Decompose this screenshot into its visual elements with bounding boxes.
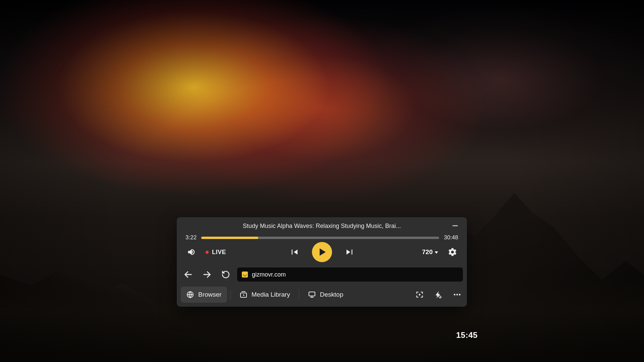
svg-point-12 bbox=[454, 294, 455, 296]
tab-label: Desktop bbox=[320, 291, 343, 298]
title-row: Study Music Alpha Waves: Relaxing Studyi… bbox=[177, 217, 467, 233]
live-dot-icon bbox=[206, 251, 209, 254]
tab-label: Media Library bbox=[252, 291, 290, 298]
library-icon bbox=[239, 291, 248, 299]
volume-icon bbox=[186, 247, 196, 257]
site-favicon-icon bbox=[242, 272, 248, 278]
arrow-left-icon bbox=[183, 270, 193, 279]
seek-slider[interactable] bbox=[201, 237, 439, 239]
settings-button[interactable] bbox=[447, 246, 458, 258]
volume-button[interactable] bbox=[185, 246, 197, 258]
tab-separator bbox=[299, 290, 299, 300]
svg-point-14 bbox=[459, 294, 461, 296]
cursor-bolt-icon bbox=[434, 290, 443, 299]
live-indicator[interactable]: LIVE bbox=[206, 249, 226, 256]
chevron-down-icon bbox=[435, 251, 438, 254]
svg-marker-6 bbox=[243, 294, 245, 296]
globe-icon bbox=[186, 291, 194, 299]
tab-label: Browser bbox=[198, 291, 222, 298]
next-button[interactable] bbox=[344, 246, 356, 258]
tab-media-library[interactable]: Media Library bbox=[234, 287, 296, 303]
controls-row: LIVE 720 bbox=[177, 244, 467, 265]
controls-right: 720 bbox=[422, 246, 458, 258]
reload-icon bbox=[221, 270, 230, 279]
tabs-row: Browser Media Library Desktop bbox=[177, 284, 467, 307]
svg-point-13 bbox=[457, 294, 458, 296]
tab-desktop[interactable]: Desktop bbox=[303, 287, 349, 303]
live-label: LIVE bbox=[212, 249, 226, 256]
url-text: gizmovr.com bbox=[252, 271, 286, 278]
quality-selector[interactable]: 720 bbox=[422, 248, 438, 256]
elapsed-time: 3:22 bbox=[185, 234, 197, 241]
now-playing-title: Study Music Alpha Waves: Relaxing Studyi… bbox=[243, 223, 401, 230]
minimize-button[interactable] bbox=[451, 222, 459, 229]
minimize-icon bbox=[452, 225, 458, 226]
quality-label: 720 bbox=[422, 248, 433, 256]
controls-left: LIVE bbox=[185, 246, 226, 258]
tab-browser[interactable]: Browser bbox=[181, 287, 227, 303]
wallpaper-vignette bbox=[0, 0, 644, 362]
skip-forward-icon bbox=[345, 247, 355, 257]
seek-fill bbox=[201, 237, 258, 239]
controls-center bbox=[288, 242, 356, 262]
previous-button[interactable] bbox=[288, 246, 300, 258]
reload-button[interactable] bbox=[218, 267, 233, 282]
more-button[interactable] bbox=[451, 289, 463, 300]
play-button[interactable] bbox=[312, 242, 332, 262]
nav-back-button[interactable] bbox=[181, 267, 196, 282]
tab-separator bbox=[230, 290, 231, 300]
nav-forward-button[interactable] bbox=[200, 267, 214, 282]
desktop-icon bbox=[308, 291, 316, 299]
recenter-button[interactable] bbox=[414, 289, 425, 300]
media-control-panel: Study Music Alpha Waves: Relaxing Studyi… bbox=[177, 217, 467, 307]
recenter-icon bbox=[415, 290, 424, 299]
cursor-mode-button[interactable] bbox=[433, 289, 444, 300]
duration-time: 30:48 bbox=[444, 234, 458, 241]
play-icon bbox=[320, 248, 326, 256]
more-horizontal-icon bbox=[453, 290, 462, 299]
svg-rect-7 bbox=[309, 292, 315, 296]
url-bar[interactable]: gizmovr.com bbox=[237, 267, 463, 282]
arrow-right-icon bbox=[202, 270, 212, 279]
skip-back-icon bbox=[289, 247, 299, 257]
system-clock: 15:45 bbox=[456, 330, 478, 340]
address-row: gizmovr.com bbox=[177, 265, 467, 284]
tabs-right-actions bbox=[414, 289, 463, 300]
gear-icon bbox=[448, 247, 457, 257]
